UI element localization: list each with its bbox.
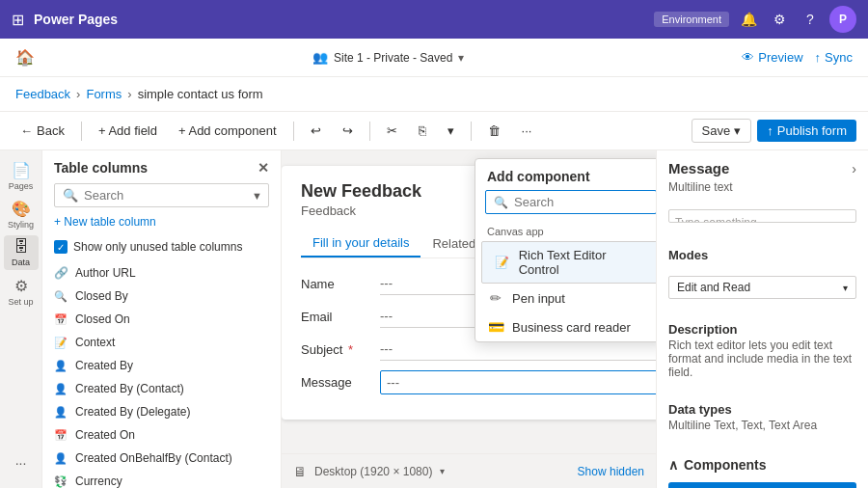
message-text-area[interactable]: Type something... ¶ — ··· B I U ≡ ···: [668, 209, 856, 223]
site-info: Site 1 - Private - Saved: [334, 51, 452, 65]
data-types-value: Multiline Text, Text, Text Area: [668, 419, 856, 432]
subject-label: Subject *: [301, 342, 368, 357]
bell-icon[interactable]: 🔔: [737, 8, 760, 31]
data-label: Data: [12, 258, 30, 267]
show-unused-checkbox[interactable]: ✓: [54, 240, 68, 254]
toolbar-separator: [81, 122, 82, 141]
add-component-button[interactable]: + Add component: [170, 119, 285, 143]
sidebar-item-styling[interactable]: 🎨 Styling: [4, 197, 39, 231]
popup-item-rich-text[interactable]: 📝 Rich Text Editor Control: [481, 241, 656, 284]
back-button[interactable]: ← Back: [12, 119, 73, 143]
help-icon[interactable]: ?: [799, 8, 822, 31]
popup-search-box[interactable]: 🔍: [485, 190, 656, 214]
right-panel-chevron[interactable]: ›: [852, 161, 856, 176]
form-bottom-bar: 🖥 Desktop (1920 × 1080) ▾ Show hidden: [282, 453, 656, 488]
popup-item-pen-input[interactable]: ✏ Pen input: [475, 284, 656, 312]
right-panel: Message › Multiline text Type something.…: [656, 150, 868, 488]
popup-search-input[interactable]: [514, 195, 648, 209]
currency-icon: 💱: [54, 475, 68, 488]
filter-icon[interactable]: ▼: [252, 190, 262, 202]
breadcrumb-forms[interactable]: Forms: [86, 87, 122, 101]
components-expand-icon[interactable]: ∧: [668, 457, 678, 473]
sidebar-item-data[interactable]: 🗄 Data: [4, 235, 39, 270]
col-item-closed-on[interactable]: 📅 Closed On: [42, 308, 281, 331]
publish-button[interactable]: ↑ Publish form: [757, 120, 856, 142]
save-dropdown-icon[interactable]: ▾: [734, 123, 741, 138]
col-item-created-on[interactable]: 📅 Created On: [42, 423, 281, 447]
right-panel-header: Message ›: [657, 150, 868, 180]
copy-dropdown[interactable]: ▾: [439, 119, 463, 143]
modes-title: Modes: [668, 248, 856, 262]
popup-section-canvas: Canvas app: [475, 222, 656, 241]
delete-button[interactable]: 🗑: [479, 119, 509, 143]
desktop-icon: 🖥: [293, 464, 307, 479]
new-table-column-button[interactable]: + New table column: [54, 215, 156, 229]
message-field[interactable]: ---: [380, 370, 656, 394]
styling-icon: 🎨: [12, 200, 31, 218]
home-icon[interactable]: 🏠: [15, 48, 35, 67]
column-list: 🔗 Author URL 🔍 Closed By 📅 Closed On 📝 C…: [42, 261, 281, 488]
col-item-created-onbehalf[interactable]: 👤 Created OnBehalfBy (Contact): [42, 447, 281, 470]
date-icon: 📅: [54, 313, 68, 326]
right-panel-title: Message: [668, 160, 729, 176]
desktop-label[interactable]: Desktop (1920 × 1080): [314, 465, 432, 478]
toolbar: ← Back + Add field + Add component ↩ ↪ ✂…: [0, 112, 868, 150]
show-hidden-btn[interactable]: Show hidden: [578, 465, 644, 478]
message-label: Message: [301, 375, 368, 390]
preview-icon: 👁: [742, 50, 754, 65]
form-canvas: New Feedback Feedback Fill in your detai…: [282, 150, 656, 488]
site-dropdown-icon[interactable]: ▾: [458, 51, 464, 65]
description-text: Rich text editor lets you edit text form…: [668, 339, 856, 379]
panel-search-box[interactable]: 🔍 ▼: [54, 183, 269, 207]
col-item-created-by-contact[interactable]: 👤 Created By (Contact): [42, 377, 281, 400]
col-item-created-by[interactable]: 👤 Created By: [42, 354, 281, 377]
user2-icon: 👤: [54, 383, 68, 395]
modes-dropdown[interactable]: Edit and Read ▾: [668, 276, 856, 299]
more-button[interactable]: ···: [513, 119, 541, 143]
col-item-closed-by[interactable]: 🔍 Closed By: [42, 285, 281, 308]
copy-button[interactable]: ⎘: [410, 119, 435, 143]
panel-close-button[interactable]: ✕: [258, 160, 269, 176]
modes-chevron: ▾: [843, 283, 848, 293]
search-input[interactable]: [84, 188, 246, 203]
components-title: ∧ Components: [668, 457, 767, 473]
breadcrumb-feedback[interactable]: Feedback: [15, 87, 70, 101]
col-item-currency[interactable]: 💱 Currency: [42, 470, 281, 488]
gear-icon[interactable]: ⚙: [768, 8, 791, 31]
col-item-context[interactable]: 📝 Context: [42, 331, 281, 354]
app-title: Power Pages: [34, 12, 644, 27]
add-field-button[interactable]: + Add field: [90, 119, 166, 143]
add-component-button[interactable]: + + Component: [668, 482, 856, 488]
tab-fill-details[interactable]: Fill in your details: [301, 230, 420, 258]
avatar[interactable]: P: [829, 6, 856, 33]
user3-icon: 👤: [54, 406, 68, 419]
sidebar-item-more[interactable]: ···: [4, 446, 39, 480]
cut-button[interactable]: ✂: [378, 119, 406, 143]
col-item-author-url[interactable]: 🔗 Author URL: [42, 261, 281, 285]
text-icon: 📝: [54, 337, 68, 349]
show-unused-checkbox-row[interactable]: ✓ Show only unused table columns: [42, 236, 281, 261]
panel-title: Table columns: [54, 160, 148, 176]
sidebar-item-pages[interactable]: 📄 Pages: [4, 158, 39, 193]
preview-button[interactable]: 👁 Preview: [742, 50, 802, 65]
col-item-created-by-delegate[interactable]: 👤 Created By (Delegate): [42, 400, 281, 423]
components-section: ∧ Components: [657, 449, 868, 478]
sync-icon: ↑: [815, 50, 822, 65]
styling-label: Styling: [8, 220, 34, 230]
pen-icon: ✏: [487, 289, 504, 307]
pages-label: Pages: [9, 181, 34, 191]
undo-button[interactable]: ↩: [302, 119, 330, 143]
data-types-title: Data types: [668, 402, 856, 417]
grid-icon: ⊞: [12, 11, 24, 29]
popup-item-business-card[interactable]: 💳 Business card reader: [475, 312, 656, 341]
name-label: Name: [301, 277, 368, 291]
desktop-dropdown[interactable]: ▾: [440, 466, 445, 476]
top-bar: ⊞ Power Pages Environment 🔔 ⚙ ? P: [0, 0, 868, 39]
site-people-icon: 👥: [312, 50, 328, 65]
save-button[interactable]: Save ▾: [692, 119, 752, 143]
sync-button[interactable]: ↑ Sync: [815, 50, 853, 65]
back-icon: ←: [20, 123, 33, 138]
redo-button[interactable]: ↪: [334, 119, 362, 143]
sidebar-item-setup[interactable]: ⚙ Set up: [4, 274, 39, 309]
modes-section: Modes: [657, 242, 868, 270]
